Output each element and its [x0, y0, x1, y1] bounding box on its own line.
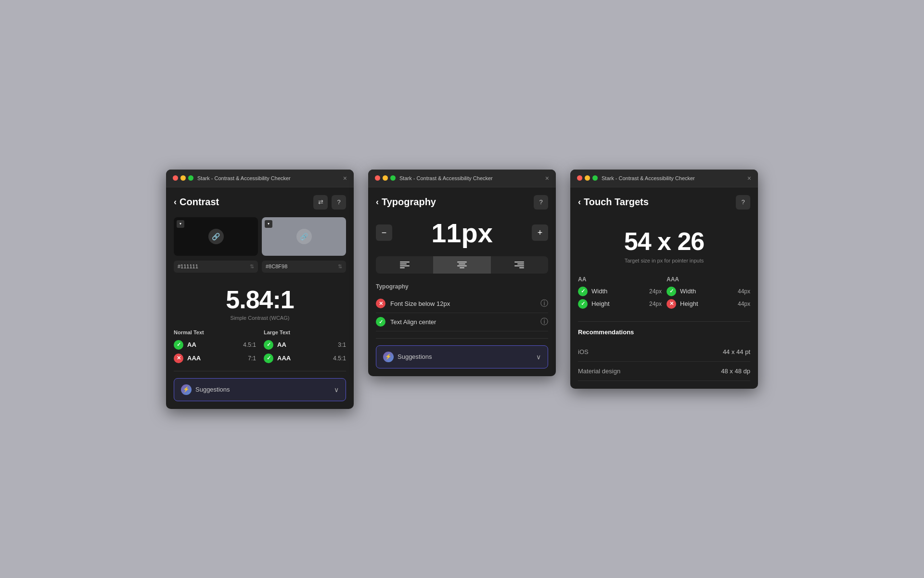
dark-color-input[interactable]: #111111 ⇅: [174, 261, 258, 273]
normal-text-header: Normal Text: [174, 329, 256, 335]
aaa-height-label: Height: [680, 300, 698, 307]
normal-aaa-value: 7:1: [248, 355, 256, 362]
typography-tl-minimize[interactable]: [383, 175, 388, 181]
aa-aaa-grid: AA ✓ Width 24px ✓ Height 24px AAA: [578, 276, 750, 312]
typography-close-icon[interactable]: ×: [545, 174, 549, 182]
light-color-stepper[interactable]: ⇅: [338, 263, 342, 270]
typography-tl-close[interactable]: [375, 175, 380, 181]
touch-window-title: Stark - Contrast & Accessibility Checker: [602, 175, 695, 181]
touch-divider: [578, 321, 750, 322]
tl-minimize[interactable]: [180, 175, 186, 181]
text-align-check-label: Text Align center: [390, 318, 436, 326]
ios-rec-row: iOS 44 x 44 pt: [578, 342, 750, 362]
recommendations-section: Recommendations iOS 44 x 44 pt Material …: [578, 328, 750, 381]
touch-section-title: Touch Targets: [584, 197, 649, 208]
aaa-height-row: ✕ Height 44px: [667, 299, 750, 309]
text-align-pass-icon: ✓: [376, 317, 385, 327]
aa-height-value: 24px: [649, 301, 662, 307]
touch-close-icon[interactable]: ×: [747, 174, 751, 182]
touch-back-link[interactable]: ‹ Touch Targets: [578, 197, 649, 208]
font-size-info-icon[interactable]: ⓘ: [540, 299, 548, 309]
typography-suggestions-icon: ⚡: [383, 352, 394, 362]
dark-swatch[interactable]: ▾ 🔗: [174, 217, 258, 256]
contrast-ratio-label: Simple Contrast (WCAG): [174, 315, 346, 321]
aa-height-pass-icon: ✓: [578, 299, 588, 309]
touch-tl-maximize[interactable]: [592, 175, 598, 181]
aa-width-row: ✓ Width 24px: [578, 287, 662, 296]
wcag-column-headers: Normal Text Large Text: [174, 329, 346, 338]
contrast-panel: Stark - Contrast & Accessibility Checker…: [166, 170, 354, 409]
normal-aa-value: 4.5:1: [243, 342, 256, 348]
touch-targets-panel: Stark - Contrast & Accessibility Checker…: [570, 170, 758, 389]
svg-rect-6: [457, 265, 467, 266]
text-align-info-icon[interactable]: ⓘ: [540, 317, 548, 327]
light-swatch-link: 🔗: [296, 229, 312, 244]
svg-rect-10: [514, 265, 524, 266]
typography-section-header: ‹ Typography ?: [376, 195, 548, 210]
material-rec-value: 48 x 48 dp: [721, 368, 750, 375]
typography-tl-maximize[interactable]: [390, 175, 396, 181]
touch-header-left: Stark - Contrast & Accessibility Checker: [577, 175, 695, 181]
tl-close[interactable]: [173, 175, 178, 181]
typography-suggestions-row[interactable]: ⚡ Suggestions ∨: [376, 345, 548, 368]
contrast-panel-body: ‹ Contrast ⇄ ? ▾ 🔗 ▾ 🔗: [166, 187, 354, 409]
align-right-btn[interactable]: [491, 256, 548, 274]
typography-section-title: Typography: [382, 197, 436, 208]
typography-help-btn[interactable]: ?: [534, 195, 548, 210]
contrast-ratio-section: 5.84:1 Simple Contrast (WCAG): [174, 280, 346, 329]
contrast-suggestions-label: Suggestions: [195, 386, 230, 393]
touch-panel-header: Stark - Contrast & Accessibility Checker…: [570, 170, 758, 187]
align-center-btn[interactable]: [433, 256, 490, 274]
typography-window-title: Stark - Contrast & Accessibility Checker: [399, 175, 493, 181]
contrast-suggestions-left: ⚡ Suggestions: [181, 384, 230, 395]
light-swatch[interactable]: ▾ 🔗: [262, 217, 346, 256]
normal-aa-label: AA: [187, 341, 196, 348]
align-left-btn[interactable]: [376, 256, 433, 274]
dark-swatch-dropdown[interactable]: ▾: [177, 220, 184, 228]
aaa-width-label: Width: [680, 288, 696, 295]
contrast-divider: [174, 371, 346, 371]
large-aaa-label: AAA: [277, 355, 291, 362]
typography-back-link[interactable]: ‹ Typography: [376, 197, 436, 208]
material-platform-label: Material design: [578, 368, 620, 375]
svg-rect-11: [519, 267, 524, 268]
typography-check-align-left: ✓ Text Align center: [376, 317, 436, 327]
svg-rect-8: [514, 262, 524, 263]
touch-help-btn[interactable]: ?: [736, 195, 750, 210]
contrast-help-btn[interactable]: ?: [332, 195, 346, 210]
contrast-suggestions-row[interactable]: ⚡ Suggestions ∨: [174, 378, 346, 401]
aa-height-label: Height: [591, 300, 610, 307]
tl-maximize[interactable]: [188, 175, 193, 181]
large-aaa-value: 4.5:1: [333, 355, 346, 362]
touch-back-arrow: ‹: [578, 197, 581, 207]
contrast-back-link[interactable]: ‹ Contrast: [174, 197, 219, 208]
light-color-value: #8C8F98: [266, 263, 287, 269]
touch-tl-minimize[interactable]: [585, 175, 590, 181]
normal-aaa-fail-icon: ✕: [174, 354, 183, 363]
typography-check-align: ✓ Text Align center ⓘ: [376, 313, 548, 331]
typography-header-left: Stark - Contrast & Accessibility Checker: [375, 175, 493, 181]
contrast-close-icon[interactable]: ×: [343, 174, 347, 182]
large-aa-label: AA: [277, 341, 286, 348]
font-size-display: 11px: [431, 217, 493, 249]
touch-traffic-lights: [577, 175, 598, 181]
dark-color-value: #111111: [178, 263, 198, 269]
font-size-decrease-btn[interactable]: −: [376, 224, 392, 241]
normal-text-col: ✓ AA 4.5:1 ✕ AAA 7:1: [174, 340, 256, 363]
typography-divider: [376, 338, 548, 339]
aaa-col-label: AAA: [667, 276, 750, 283]
contrast-suggestions-chevron: ∨: [334, 386, 339, 394]
aa-width-label: Width: [591, 288, 607, 295]
light-color-input[interactable]: #8C8F98 ⇅: [262, 261, 346, 273]
dark-color-stepper[interactable]: ⇅: [250, 263, 254, 270]
dark-swatch-link: 🔗: [208, 229, 224, 244]
touch-tl-close[interactable]: [577, 175, 582, 181]
typography-check-font-size: ✕ Font Size below 12px ⓘ: [376, 295, 548, 313]
touch-section-header: ‹ Touch Targets ?: [578, 195, 750, 210]
font-size-control: − 11px +: [376, 217, 548, 249]
font-size-increase-btn[interactable]: +: [532, 224, 548, 241]
light-swatch-dropdown[interactable]: ▾: [265, 220, 272, 228]
ios-platform-label: iOS: [578, 348, 589, 355]
ios-rec-value: 44 x 44 pt: [723, 348, 750, 355]
contrast-settings-btn[interactable]: ⇄: [313, 195, 328, 210]
